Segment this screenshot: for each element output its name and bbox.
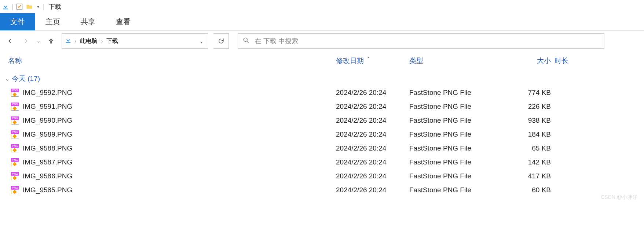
png-file-icon [11,130,19,138]
file-date: 2024/2/26 20:24 [336,89,409,97]
file-size: 226 KB [500,103,555,111]
file-type: FastStone PNG File [409,103,500,111]
png-file-icon [11,103,19,111]
file-type: FastStone PNG File [409,116,500,125]
file-type: FastStone PNG File [409,130,500,138]
breadcrumb-item[interactable]: 此电脑 [78,37,99,45]
svg-line-4 [247,41,249,43]
column-header-duration[interactable]: 时长 [555,56,638,66]
svg-rect-0 [3,9,8,10]
folder-icon [25,3,33,10]
search-input[interactable] [255,37,600,45]
file-size: 417 KB [500,172,555,180]
tab-home[interactable]: 主页 [35,13,70,30]
file-date: 2024/2/26 20:24 [336,158,409,166]
file-name: IMG_9591.PNG [23,103,72,111]
png-file-icon [11,116,19,125]
tab-label: 共享 [81,17,95,27]
search-box[interactable] [238,33,604,49]
separator-icon: | [43,3,45,11]
file-date: 2024/2/26 20:24 [336,103,409,111]
file-row[interactable]: IMG_9586.PNG2024/2/26 20:24FastStone PNG… [6,169,638,183]
file-size: 774 KB [500,89,555,97]
group-label: 今天 (17) [12,74,40,84]
ribbon-tabs: 文件 主页 共享 查看 [0,13,644,31]
tab-view[interactable]: 查看 [106,13,141,30]
downloads-arrow-icon [1,3,10,11]
file-date: 2024/2/26 20:24 [336,144,409,152]
png-file-icon [11,186,19,194]
png-file-icon [11,158,19,166]
column-header-name[interactable]: 名称 [6,56,336,66]
file-row[interactable]: IMG_9592.PNG2024/2/26 20:24FastStone PNG… [6,86,638,100]
file-list: IMG_9592.PNG2024/2/26 20:24FastStone PNG… [0,86,644,197]
file-date: 2024/2/26 20:24 [336,172,409,180]
watermark: CSDN @小胖仔 [601,194,637,197]
file-row[interactable]: IMG_9588.PNG2024/2/26 20:24FastStone PNG… [6,141,638,155]
separator-icon: | [12,3,14,11]
file-date: 2024/2/26 20:24 [336,186,409,194]
sort-desc-icon: ⌄ [367,54,370,59]
group-header[interactable]: ⌄ 今天 (17) [0,70,644,86]
column-header-type[interactable]: 类型 [409,56,500,66]
title-bar: | ▾ | 下载 [0,0,644,13]
tab-share[interactable]: 共享 [70,13,106,30]
chevron-down-icon: ⌄ [5,76,10,82]
svg-point-3 [244,38,247,41]
file-size: 65 KB [500,144,555,152]
search-icon [242,37,250,45]
tab-label: 文件 [10,17,25,27]
address-dropdown-icon[interactable]: ⌄ [197,38,206,44]
columns-header: 名称 ⌄ 修改日期 类型 大小 时长 [0,51,644,70]
file-name: IMG_9589.PNG [23,130,72,138]
file-size: 938 KB [500,116,555,125]
column-header-date[interactable]: ⌄ 修改日期 [336,56,409,66]
up-button[interactable] [45,36,56,47]
file-row[interactable]: IMG_9589.PNG2024/2/26 20:24FastStone PNG… [6,127,638,141]
file-row[interactable]: IMG_9591.PNG2024/2/26 20:24FastStone PNG… [6,100,638,114]
chevron-right-icon[interactable]: › [101,38,103,44]
nav-row: ⌄ › 此电脑 › 下载 ⌄ [0,31,644,51]
chevron-right-icon[interactable]: › [74,38,76,44]
file-size: 60 KB [500,186,555,194]
breadcrumb-item[interactable]: 下载 [105,37,120,45]
file-date: 2024/2/26 20:24 [336,130,409,138]
file-row[interactable]: IMG_9587.PNG2024/2/26 20:24FastStone PNG… [6,155,638,169]
tab-file[interactable]: 文件 [0,13,35,30]
png-file-icon [11,144,19,152]
file-type: FastStone PNG File [409,158,500,166]
checkbox-icon[interactable] [16,3,23,10]
file-size: 184 KB [500,130,555,138]
window-title: 下载 [49,3,61,11]
downloads-location-icon [64,36,72,46]
file-name: IMG_9585.PNG [23,186,72,194]
file-row[interactable]: IMG_9585.PNG2024/2/26 20:24FastStone PNG… [6,183,638,197]
file-row[interactable]: IMG_9590.PNG2024/2/26 20:24FastStone PNG… [6,114,638,127]
forward-button[interactable] [21,36,32,47]
column-header-size[interactable]: 大小 [500,56,555,66]
address-bar[interactable]: › 此电脑 › 下载 ⌄ [62,33,208,49]
file-size: 142 KB [500,158,555,166]
png-file-icon [11,89,19,97]
refresh-button[interactable] [213,33,229,49]
file-type: FastStone PNG File [409,144,500,152]
qat-dropdown-icon[interactable]: ▾ [36,4,41,9]
svg-rect-2 [66,42,71,43]
tab-label: 主页 [45,17,60,27]
tab-label: 查看 [116,17,131,27]
history-dropdown-icon[interactable]: ⌄ [37,38,40,44]
file-date: 2024/2/26 20:24 [336,116,409,125]
file-type: FastStone PNG File [409,89,500,97]
png-file-icon [11,172,19,180]
back-button[interactable] [4,36,15,47]
file-name: IMG_9592.PNG [23,89,72,97]
file-type: FastStone PNG File [409,186,500,194]
file-name: IMG_9586.PNG [23,172,72,180]
file-name: IMG_9590.PNG [23,116,72,125]
file-type: FastStone PNG File [409,172,500,180]
file-name: IMG_9588.PNG [23,144,72,152]
file-name: IMG_9587.PNG [23,158,72,166]
